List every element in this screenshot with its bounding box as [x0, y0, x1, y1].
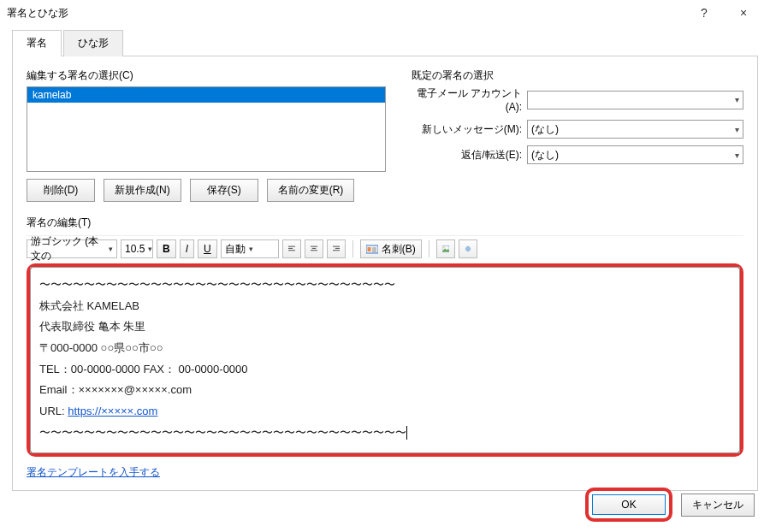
newmsg-label: 新しいメッセージ(M):: [412, 122, 527, 137]
separator: [429, 240, 429, 257]
italic-button[interactable]: I: [180, 239, 194, 258]
reply-label: 返信/転送(E):: [412, 148, 527, 163]
reply-value: (なし): [531, 148, 559, 163]
cancel-button[interactable]: キャンセル: [681, 494, 755, 517]
newmsg-row: 新しいメッセージ(M): (なし) ▾: [412, 120, 743, 139]
save-button[interactable]: 保存(S): [190, 179, 258, 202]
newmsg-select[interactable]: (なし) ▾: [527, 120, 743, 139]
chevron-down-icon: ▾: [109, 245, 113, 253]
tab-bar: 署名 ひな形: [12, 29, 758, 56]
help-button[interactable]: ?: [684, 0, 724, 26]
chevron-down-icon: ▾: [249, 245, 253, 253]
reply-row: 返信/転送(E): (なし) ▾: [412, 145, 743, 164]
signature-buttons: 削除(D) 新規作成(N) 保存(S) 名前の変更(R): [27, 179, 386, 202]
top-columns: 編集する署名の選択(C) kamelab 削除(D) 新規作成(N) 保存(S)…: [27, 68, 743, 202]
close-button[interactable]: ×: [724, 0, 763, 26]
default-signature-group: 既定の署名の選択 電子メール アカウント(A): ▾ 新しいメッセージ(M): …: [412, 68, 743, 202]
ok-highlight: OK: [585, 488, 672, 522]
card-icon: [366, 244, 378, 254]
card-button[interactable]: 名刺(B): [360, 239, 422, 258]
edit-label: 署名の編集(T): [27, 216, 743, 230]
chevron-down-icon: ▾: [735, 125, 739, 134]
list-item[interactable]: kamelab: [27, 87, 385, 103]
account-select[interactable]: ▾: [527, 91, 743, 109]
separator: [352, 240, 353, 257]
image-button[interactable]: [436, 239, 455, 258]
default-signature-label: 既定の署名の選択: [412, 68, 743, 83]
underline-button[interactable]: U: [198, 239, 217, 258]
chevron-down-icon: ▾: [735, 95, 739, 104]
sig-sep: 〜〜〜〜〜〜〜〜〜〜〜〜〜〜〜〜〜〜〜〜〜〜〜〜〜〜〜〜〜〜〜〜〜: [39, 423, 731, 444]
signature-editor[interactable]: 〜〜〜〜〜〜〜〜〜〜〜〜〜〜〜〜〜〜〜〜〜〜〜〜〜〜〜〜〜〜〜〜 株式会社 KA…: [30, 267, 740, 453]
sig-tel: TEL：00-0000-0000 FAX： 00-0000-0000: [39, 359, 731, 381]
color-select[interactable]: 自動▾: [221, 239, 279, 258]
chevron-down-icon: ▾: [148, 245, 152, 253]
sig-url-row: URL: https://×××××.com: [39, 401, 731, 423]
newmsg-value: (なし): [531, 122, 559, 137]
signature-listbox[interactable]: kamelab: [27, 86, 386, 172]
align-right-button[interactable]: [327, 239, 346, 258]
get-templates-link[interactable]: 署名テンプレートを入手する: [27, 465, 160, 480]
font-select[interactable]: 游ゴシック (本文の▾: [27, 239, 117, 258]
new-button[interactable]: 新規作成(N): [104, 179, 181, 202]
align-left-button[interactable]: [282, 239, 301, 258]
rename-button[interactable]: 名前の変更(R): [267, 179, 355, 202]
svg-point-3: [443, 247, 445, 249]
account-label: 電子メール アカウント(A):: [412, 86, 527, 113]
sig-name: 代表取締役 亀本 朱里: [39, 316, 731, 338]
sig-company: 株式会社 KAMELAB: [39, 296, 731, 317]
link-button[interactable]: [459, 239, 477, 258]
tab-stationery[interactable]: ひな形: [63, 30, 123, 56]
size-select[interactable]: 10.5▾: [121, 239, 153, 258]
sig-url-link[interactable]: https://×××××.com: [68, 405, 157, 417]
titlebar: 署名とひな形 ? ×: [0, 0, 770, 26]
window-title: 署名とひな形: [7, 6, 684, 21]
delete-button[interactable]: 削除(D): [27, 179, 95, 202]
ok-button[interactable]: OK: [592, 494, 666, 515]
edit-area-highlight: 〜〜〜〜〜〜〜〜〜〜〜〜〜〜〜〜〜〜〜〜〜〜〜〜〜〜〜〜〜〜〜〜 株式会社 KA…: [27, 263, 743, 457]
tab-signature[interactable]: 署名: [12, 30, 62, 56]
chevron-down-icon: ▾: [735, 151, 739, 160]
dialog-body: 署名 ひな形 編集する署名の選択(C) kamelab 削除(D) 新規作成(N…: [0, 26, 770, 491]
signature-list-group: 編集する署名の選択(C) kamelab 削除(D) 新規作成(N) 保存(S)…: [27, 68, 386, 202]
sig-sep: 〜〜〜〜〜〜〜〜〜〜〜〜〜〜〜〜〜〜〜〜〜〜〜〜〜〜〜〜〜〜〜〜: [39, 275, 731, 296]
account-row: 電子メール アカウント(A): ▾: [412, 86, 743, 113]
format-toolbar: 游ゴシック (本文の▾ 10.5▾ B I U 自動▾ 名刺(B): [27, 235, 743, 258]
bold-button[interactable]: B: [157, 239, 176, 258]
tab-pane: 編集する署名の選択(C) kamelab 削除(D) 新規作成(N) 保存(S)…: [12, 56, 758, 491]
reply-select[interactable]: (なし) ▾: [527, 145, 743, 164]
sig-email: Email：×××××××@×××××.com: [39, 380, 731, 401]
dialog-buttons: OK キャンセル: [585, 488, 755, 522]
text-cursor: [406, 426, 407, 440]
signature-list-label: 編集する署名の選択(C): [27, 68, 386, 83]
sig-address: 〒000-0000 ○○県○○市○○: [39, 338, 731, 359]
svg-rect-1: [367, 247, 370, 251]
align-center-button[interactable]: [305, 239, 323, 258]
